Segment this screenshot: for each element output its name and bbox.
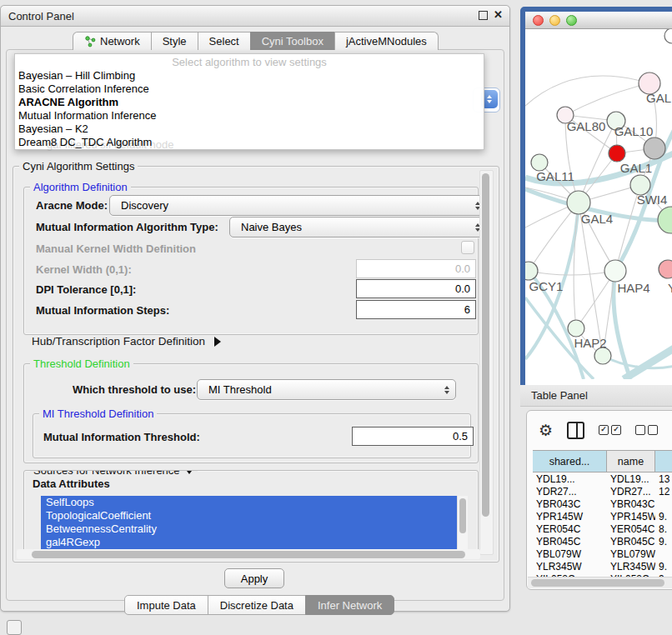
algorithm-option[interactable]: Bayesian – K2: [18, 122, 480, 136]
node-label-hap2: HAP2: [574, 336, 606, 350]
network-node[interactable]: [658, 207, 672, 233]
attribute-item-selected[interactable]: gal4RGexp: [41, 536, 458, 549]
table-cell: YBR045C: [533, 536, 607, 548]
table-cell: YBR045C: [607, 536, 655, 548]
list-scrollbar[interactable]: [457, 496, 468, 553]
table-cell: 12: [655, 486, 672, 498]
table-cell: YBR043C: [533, 498, 607, 510]
algorithm-definition-group: Algorithm Definition Aracne Mode: Discov…: [23, 187, 479, 335]
tab-select[interactable]: Select: [198, 32, 251, 50]
apply-button[interactable]: Apply: [224, 568, 284, 588]
node-label-gcy1: GCY1: [529, 279, 564, 293]
table-cell: YDR27...: [607, 486, 655, 498]
table-cell: YLR345W: [533, 561, 607, 572]
node-label-gal4: GAL4: [581, 212, 613, 226]
manual-kernel-checkbox[interactable]: [461, 241, 474, 254]
threshold-definition-group: Threshold Definition Which threshold to …: [23, 363, 479, 463]
network-node-gal1[interactable]: [609, 145, 625, 162]
column-header-shared[interactable]: shared...: [533, 451, 607, 472]
table-cell: YER054C: [533, 523, 607, 535]
combo-arrows-icon: [444, 380, 449, 399]
table-cell: YLR345W: [607, 561, 655, 572]
network-node-gal11[interactable]: [531, 154, 548, 171]
bottom-tab-impute-data[interactable]: Impute Data: [124, 595, 208, 615]
data-attributes-list[interactable]: SelfLoopsTopologicalCoefficientBetweenne…: [41, 496, 468, 553]
algorithm-option[interactable]: Mutual Information Inference: [18, 109, 480, 122]
mi-steps-field[interactable]: 6: [356, 300, 476, 319]
network-node-hap4[interactable]: [604, 260, 626, 282]
table-row[interactable]: YER054CYER054C8.: [533, 522, 672, 535]
sources-group-title[interactable]: Sources for Network Inference: [30, 470, 198, 477]
settings-gear-icon[interactable]: ⚙: [539, 422, 553, 438]
select-all-checkboxes-icon[interactable]: ✓✓: [599, 425, 621, 435]
split-columns-icon[interactable]: [567, 422, 584, 439]
dpi-tolerance-field[interactable]: 0.0: [356, 279, 476, 298]
tab-network[interactable]: Network: [73, 32, 152, 50]
table-row[interactable]: YDL19...YDL19...13: [533, 472, 672, 485]
table-row[interactable]: YBL079WYBL079W: [533, 548, 672, 560]
network-node-hap2[interactable]: [568, 320, 584, 337]
hub-definition-toggle[interactable]: Hub/Transcription Factor Definition: [32, 335, 221, 348]
table-cell: 9.: [655, 561, 672, 572]
float-window-icon[interactable]: [479, 11, 488, 20]
algorithm-option[interactable]: ARACNE Algorithm: [18, 96, 480, 109]
algorithm-definition-title: Algorithm Definition: [30, 181, 131, 193]
column-header-name[interactable]: name: [607, 451, 655, 472]
panel-title: Control Panel: [1, 10, 74, 22]
mi-type-label: Mutual Information Algorithm Type:: [36, 221, 218, 233]
algorithm-placeholder: Select algorithm to view settings: [15, 56, 484, 68]
settings-horizontal-scrollbar[interactable]: [17, 549, 480, 559]
bottom-tab-discretize-data[interactable]: Discretize Data: [208, 595, 306, 615]
table-row[interactable]: YBR045CYBR045C9.: [533, 535, 672, 548]
which-threshold-select[interactable]: MI Threshold: [197, 379, 456, 400]
deselect-checkboxes-icon[interactable]: [635, 425, 658, 435]
node-label-gal80: GAL80: [567, 119, 606, 133]
mi-threshold-label: Mutual Information Threshold:: [43, 431, 200, 443]
algorithm-option[interactable]: Bayesian – Hill Climbing: [18, 69, 480, 82]
settings-vertical-scrollbar[interactable]: [479, 170, 494, 555]
kernel-width-field[interactable]: 0.0: [356, 259, 476, 278]
table-body: YDL19...YDL19...13YDR27...YDR27...12YBR0…: [533, 472, 672, 585]
algorithm-option[interactable]: Dream8 DC_TDC Algorithm: [18, 136, 480, 149]
network-node[interactable]: [594, 348, 611, 364]
attribute-item-selected[interactable]: TopologicalCoefficient: [41, 509, 458, 522]
attribute-item-selected[interactable]: BetweennessCentrality: [41, 522, 458, 536]
network-node[interactable]: [664, 29, 672, 43]
column-header-a[interactable]: A: [655, 451, 672, 472]
table-row[interactable]: YLR345WYLR345W9.: [533, 560, 672, 572]
tab-label: Network: [100, 35, 140, 48]
algorithm-option-list: Bayesian – Hill ClimbingBasic Correlatio…: [18, 69, 480, 149]
network-node-gal4[interactable]: [567, 191, 590, 214]
panel-corner-icon[interactable]: [7, 620, 22, 635]
tab-style[interactable]: Style: [151, 32, 198, 50]
mi-type-value: Naive Bayes: [241, 221, 302, 233]
network-node-y[interactable]: [659, 260, 672, 278]
algorithm-option[interactable]: Basic Correlation Inference: [18, 82, 480, 96]
bottom-tabs: Impute DataDiscretize DataInfer Network: [124, 595, 394, 613]
table-cell: 9.: [655, 511, 672, 522]
close-traffic-light-icon[interactable]: [533, 15, 544, 26]
table-row[interactable]: YPR145WYPR145W9.: [533, 510, 672, 522]
tab-cyni-toolbox[interactable]: Cyni Toolbox: [250, 32, 335, 50]
tab-jactivemnodules[interactable]: jActiveMNodules: [334, 32, 439, 50]
bottom-tab-infer-network[interactable]: Infer Network: [305, 595, 394, 615]
tab-label: Style: [163, 35, 187, 48]
data-attributes-label: Data Attributes: [33, 478, 110, 490]
close-icon[interactable]: ✕: [494, 10, 503, 20]
mi-type-select[interactable]: Naive Bayes: [229, 217, 487, 238]
zoom-traffic-light-icon[interactable]: [566, 15, 577, 26]
attribute-item-selected[interactable]: SelfLoops: [41, 496, 458, 509]
network-node[interactable]: [644, 138, 665, 159]
network-view-window: GALGAL80GAL10GAL1GAL11SWI4GAL4GCY1HAP4YH…: [520, 7, 672, 390]
minimize-traffic-light-icon[interactable]: [549, 15, 560, 26]
table-cell: YDL19...: [607, 473, 655, 485]
aracne-mode-select[interactable]: Discovery: [109, 195, 487, 216]
table-row[interactable]: YBR043CYBR043C: [533, 498, 672, 510]
cyni-algorithm-settings-group: Cyni Algorithm Settings Algorithm Defini…: [13, 166, 499, 562]
network-canvas[interactable]: GALGAL80GAL10GAL1GAL11SWI4GAL4GCY1HAP4YH…: [525, 29, 672, 385]
table-cell: 9.: [655, 536, 672, 548]
mi-threshold-field[interactable]: 0.5: [352, 427, 474, 446]
table-horizontal-scrollbar[interactable]: [528, 577, 672, 588]
table-cell: YPR145W: [607, 511, 655, 522]
table-row[interactable]: YDR27...YDR27...12: [533, 485, 672, 498]
